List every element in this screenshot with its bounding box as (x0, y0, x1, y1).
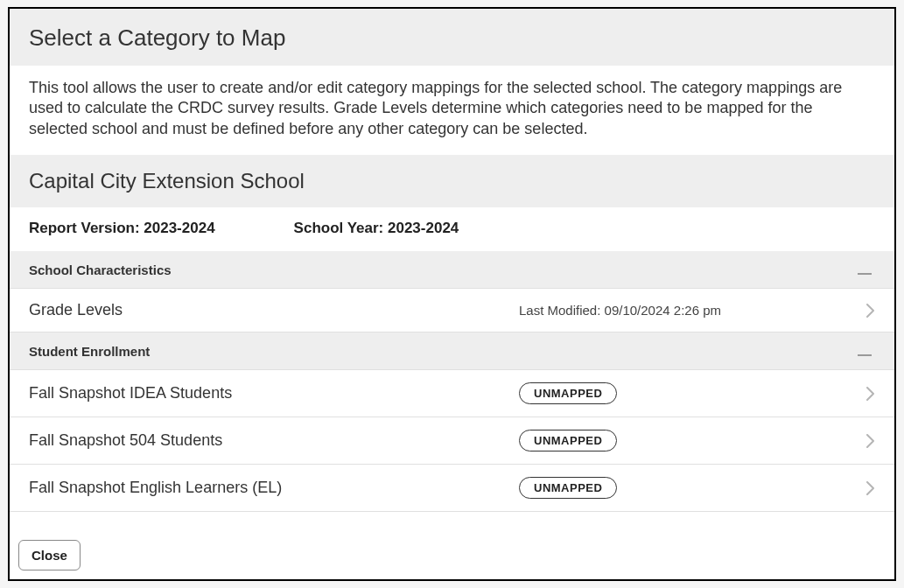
row-label: Grade Levels (29, 301, 519, 319)
school-name-bar: Capital City Extension School (10, 155, 894, 207)
row-label: Fall Snapshot English Learners (EL) (29, 479, 519, 497)
chevron-right-icon (849, 480, 875, 496)
dialog-description: This tool allows the user to create and/… (10, 66, 894, 155)
chevron-right-icon (849, 433, 875, 449)
row-fall-snapshot-idea[interactable]: Fall Snapshot IDEA Students UNMAPPED (10, 370, 894, 417)
row-fall-snapshot-el[interactable]: Fall Snapshot English Learners (EL) UNMA… (10, 465, 894, 512)
svg-rect-0 (858, 273, 872, 275)
chevron-right-icon (849, 303, 875, 318)
school-year: School Year: 2023-2024 (294, 220, 459, 237)
dialog-footer: Close (10, 533, 894, 579)
chevron-right-icon (849, 386, 875, 402)
row-label: Fall Snapshot 504 Students (29, 431, 519, 450)
row-meta: UNMAPPED (519, 477, 849, 499)
section-title: Student Enrollment (29, 344, 150, 359)
section-header-school-characteristics[interactable]: School Characteristics (10, 251, 894, 289)
close-button[interactable]: Close (18, 540, 81, 570)
collapse-icon (858, 260, 875, 279)
row-meta: UNMAPPED (519, 382, 849, 404)
row-fall-snapshot-504[interactable]: Fall Snapshot 504 Students UNMAPPED (10, 417, 894, 465)
dialog-title: Select a Category to Map (29, 24, 875, 52)
row-label: Fall Snapshot IDEA Students (29, 384, 519, 402)
unmapped-badge: UNMAPPED (519, 477, 617, 499)
section-header-student-enrollment[interactable]: Student Enrollment (10, 332, 894, 370)
last-modified-text: Last Modified: 09/10/2024 2:26 pm (519, 303, 721, 318)
unmapped-badge: UNMAPPED (519, 382, 617, 404)
school-name: Capital City Extension School (29, 169, 875, 193)
category-map-dialog: Select a Category to Map This tool allow… (8, 7, 896, 581)
unmapped-badge: UNMAPPED (519, 430, 617, 452)
meta-row: Report Version: 2023-2024 School Year: 2… (10, 207, 894, 251)
row-grade-levels[interactable]: Grade Levels Last Modified: 09/10/2024 2… (10, 289, 894, 332)
row-meta: UNMAPPED (519, 430, 849, 452)
report-version: Report Version: 2023-2024 (29, 220, 215, 237)
section-title: School Characteristics (29, 262, 172, 277)
dialog-header: Select a Category to Map (10, 9, 894, 66)
row-meta: Last Modified: 09/10/2024 2:26 pm (519, 303, 849, 318)
collapse-icon (858, 341, 875, 360)
svg-rect-1 (858, 354, 872, 356)
